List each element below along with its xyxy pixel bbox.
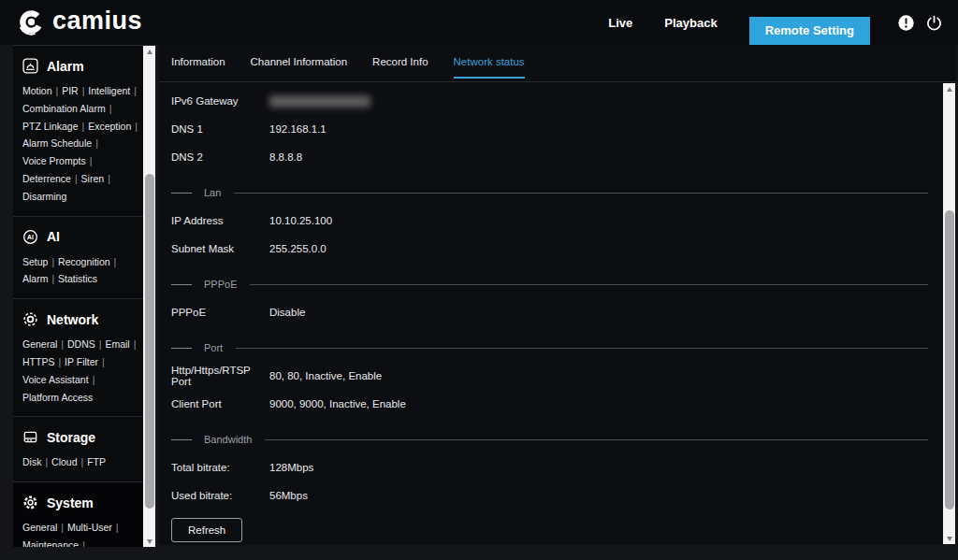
item-separator: | <box>99 338 102 350</box>
sidebar-item-chunk: General| <box>22 338 64 350</box>
nav-playback[interactable]: Playback <box>664 16 717 30</box>
sidebar-item-ddns[interactable]: DDNS <box>67 338 95 350</box>
sidebar-item-chunk: Siren| <box>81 173 110 184</box>
field-label: Total bitrate: <box>171 462 269 473</box>
main-scrollbar-thumb[interactable] <box>945 210 954 510</box>
sidebar-item-cloud[interactable]: Cloud <box>51 456 77 467</box>
sidebar-item-exception[interactable]: Exception <box>88 121 131 132</box>
field-value: 128Mbps <box>269 462 313 473</box>
tab-record-info[interactable]: Record Info <box>372 45 428 79</box>
sidebar-section-items: Setup| Recognition| Alarm| Statistics <box>13 251 143 292</box>
field-label: Http/Https/RTSP Port <box>171 365 269 387</box>
sidebar-item-maintenance[interactable]: Maintenance <box>22 539 79 547</box>
alert-icon[interactable] <box>897 14 915 32</box>
brand-logo: camius <box>17 8 142 37</box>
sidebar-item-motion[interactable]: Motion <box>22 85 52 96</box>
field-value: 80, 80, Inactive, Enable <box>269 370 382 381</box>
sidebar-item-general[interactable]: General <box>22 338 57 350</box>
main-scroll-down-arrow[interactable] <box>943 533 955 544</box>
field-label: Subnet Mask <box>171 243 269 254</box>
sidebar-item-ip-filter[interactable]: IP Filter <box>65 356 98 367</box>
nav-live[interactable]: Live <box>608 16 632 30</box>
sidebar-section-items: Motion| PIR| Intelligent| Combination Al… <box>13 79 143 208</box>
network-status-content: IPv6 GatewayDNS 1192.168.1.1DNS 28.8.8.8… <box>159 82 956 510</box>
sidebar-item-chunk: Voice Assistant| <box>22 374 94 385</box>
main-scrollbar[interactable] <box>943 83 955 544</box>
field-value: 255.255.0.0 <box>269 243 327 254</box>
main-scroll-up-arrow[interactable] <box>943 83 955 94</box>
power-icon[interactable] <box>925 14 943 32</box>
camius-remote-setting-window: camius LivePlaybackRemote Setting AlarmM… <box>0 0 958 560</box>
sidebar-item-chunk: Cloud| <box>51 456 83 467</box>
item-separator: | <box>82 85 85 96</box>
sidebar-scroll-up-arrow[interactable] <box>143 46 155 57</box>
tab-information[interactable]: Information <box>171 45 225 79</box>
sidebar-item-chunk: General| <box>22 522 64 533</box>
sidebar-item-chunk: Motion| <box>22 85 58 96</box>
sidebar-item-multi-user[interactable]: Multi-User <box>67 522 112 533</box>
group-divider-port: Port <box>171 334 928 362</box>
sidebar-section-items: General| DDNS| Email| HTTPS| IP Filter| … <box>13 333 143 409</box>
field-row-ipv6-gateway: IPv6 Gateway <box>171 87 928 115</box>
field-value: Disable <box>269 307 305 318</box>
sidebar-item-alarm[interactable]: Alarm <box>22 273 48 284</box>
network-icon <box>22 311 38 327</box>
sidebar-item-chunk: Alarm| <box>22 273 54 284</box>
sidebar-item-chunk: Combination Alarm| <box>22 103 111 114</box>
sidebar-section-items: General| Multi-User| Maintenance| IP Cam… <box>13 516 143 547</box>
sidebar-item-setup[interactable]: Setup <box>22 256 48 267</box>
sidebar-section-items: Disk| Cloud| FTP <box>13 451 143 474</box>
sidebar-item-deterrence[interactable]: Deterrence <box>22 173 71 184</box>
sidebar-item-statistics[interactable]: Statistics <box>58 273 97 284</box>
field-row-ip-address: IP Address10.10.25.100 <box>171 207 928 235</box>
sidebar-item-disk[interactable]: Disk <box>22 456 41 467</box>
refresh-button[interactable]: Refresh <box>171 518 242 542</box>
svg-text:AI: AI <box>27 234 34 240</box>
sidebar-section-system: SystemGeneral| Multi-User| Maintenance| … <box>13 481 143 547</box>
sidebar-section-header-alarm: Alarm <box>13 51 143 79</box>
field-label: PPPoE <box>171 307 269 318</box>
sidebar-item-intelligent[interactable]: Intelligent <box>88 85 130 96</box>
sidebar-item-disarming[interactable]: Disarming <box>22 191 66 202</box>
sidebar-item-voice-prompts[interactable]: Voice Prompts <box>22 155 86 166</box>
sidebar-scrollbar-thumb[interactable] <box>145 174 154 509</box>
sidebar-item-chunk: HTTPS| <box>22 356 61 367</box>
sidebar-item-platform-access[interactable]: Platform Access <box>22 392 93 403</box>
sidebar-scroll-down-arrow[interactable] <box>143 536 155 547</box>
sidebar-item-voice-assistant[interactable]: Voice Assistant <box>22 374 89 385</box>
item-separator: | <box>82 539 85 547</box>
item-separator: | <box>134 338 137 350</box>
sidebar-item-email[interactable]: Email <box>105 338 129 350</box>
item-separator: | <box>56 85 59 96</box>
sidebar-item-pir[interactable]: PIR <box>62 85 79 96</box>
ai-icon: AI <box>22 229 38 245</box>
sidebar-scrollbar[interactable] <box>143 46 155 547</box>
main-panel: InformationChannel InformationRecord Inf… <box>159 45 956 545</box>
sidebar-section-network: NetworkGeneral| DDNS| Email| HTTPS| IP F… <box>13 298 143 416</box>
divider-label: Bandwidth <box>204 434 252 445</box>
tab-channel-information[interactable]: Channel Information <box>251 45 348 79</box>
sidebar-item-general[interactable]: General <box>22 522 57 533</box>
sidebar-item-siren[interactable]: Siren <box>81 173 105 184</box>
refresh-button-row: Refresh <box>159 510 956 542</box>
sidebar-item-chunk: Multi-User| <box>67 522 119 533</box>
sidebar-item-ptz-linkage[interactable]: PTZ Linkage <box>22 121 79 132</box>
item-separator: | <box>82 121 85 132</box>
sidebar-section-title: System <box>47 495 94 510</box>
field-label: IPv6 Gateway <box>171 95 269 107</box>
item-separator: | <box>61 522 64 533</box>
field-value: 192.168.1.1 <box>269 123 327 135</box>
sidebar-item-https[interactable]: HTTPS <box>22 356 54 367</box>
item-separator: | <box>45 456 48 467</box>
group-divider-pppoe: PPPoE <box>171 270 928 298</box>
field-label: Used bitrate: <box>171 490 269 501</box>
tab-network-status[interactable]: Network status <box>454 45 525 79</box>
nav-remote-setting[interactable]: Remote Setting <box>749 17 870 45</box>
field-row-dns-2: DNS 28.8.8.8 <box>171 143 928 171</box>
sidebar-item-alarm-schedule[interactable]: Alarm Schedule <box>22 137 92 149</box>
sidebar-item-combination-alarm[interactable]: Combination Alarm <box>22 103 106 114</box>
system-icon <box>22 495 38 510</box>
sidebar-item-recognition[interactable]: Recognition <box>58 256 109 267</box>
sidebar-section-header-network: Network <box>13 305 143 333</box>
sidebar-item-ftp[interactable]: FTP <box>87 456 106 467</box>
